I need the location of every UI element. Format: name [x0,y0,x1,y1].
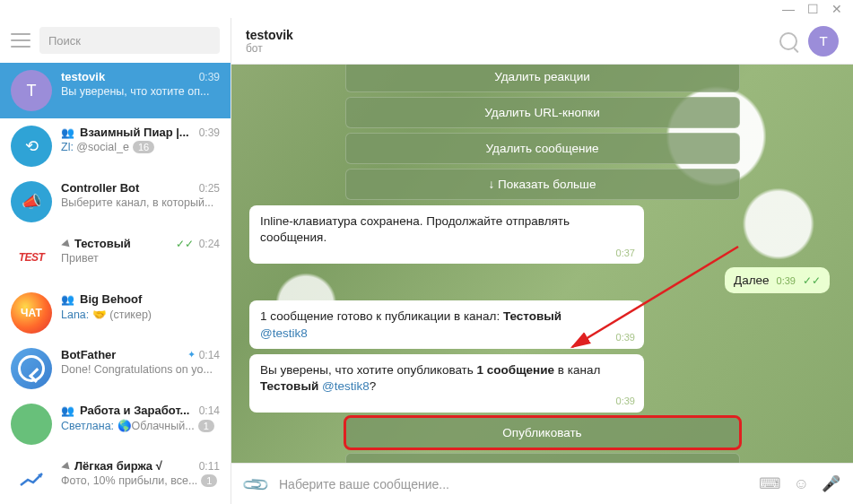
message-incoming: 1 сообщение готово к публикации в канал:… [249,300,644,348]
channel-icon: ◀ [59,459,69,473]
chat-name: Big Behoof [80,292,216,306]
group-icon: 👥 [61,126,74,139]
chat-time: 0:39 [199,71,220,83]
chat-subtitle: бот [246,42,293,55]
message-outgoing: Далее 0:39 ✓✓ [725,267,830,293]
verified-icon: ✦ [187,349,196,361]
chat-name: Лёгкая биржа √ [74,459,196,473]
read-checks-icon: ✓✓ [803,274,821,287]
avatar [11,348,52,389]
bot-keyboard-icon[interactable]: ⌨ [759,474,781,493]
channel-icon: ◀ [59,237,69,250]
chat-name: Controller Bot [61,181,196,195]
search-icon[interactable] [779,32,797,50]
chat-list-item[interactable]: TEST◀Тестовый✓✓0:24Привет [0,230,231,285]
group-icon: 👥 [61,404,74,417]
chat-preview: Фото, 10% прибыли, все...1 [61,474,220,487]
unread-badge: 1 [201,474,217,487]
chat-list-item[interactable]: ◀Лёгкая биржа √0:11Фото, 10% прибыли, вс… [0,452,231,504]
message-time: 0:37 [616,247,635,260]
chat-preview: Вы уверены, что хотите оп... [61,85,220,98]
chat-area: Удалить реакции Удалить URL-кнопки Удали… [231,65,853,463]
chat-time: 0:25 [199,182,220,195]
search-input[interactable]: Поиск [39,27,220,54]
maximize-button[interactable]: ☐ [807,2,819,16]
message-incoming: Inline-клавиатура сохранена. Продолжайте… [249,205,644,264]
minimize-button[interactable]: — [782,2,795,16]
window-controls: — ☐ ✕ [0,0,853,18]
unread-badge: 1 [198,420,214,432]
chat-time: 0:14 [199,349,220,361]
chat-preview: Привет [61,252,220,265]
chat-preview: Светлана: 🌎Облачный...1 [61,419,220,432]
avatar [11,459,52,500]
chat-name: Взаимный Пиар |... [80,126,196,139]
chat-list: Ttestovik0:39Вы уверены, что хотите оп..… [0,63,231,504]
inline-button[interactable]: ↓ Показать больше [345,169,740,200]
menu-icon[interactable] [11,33,30,48]
sidebar: Поиск Ttestovik0:39Вы уверены, что хотит… [0,18,231,504]
avatar: 📣 [11,181,52,222]
chat-time: 0:39 [199,126,220,139]
chat-list-item[interactable]: 📣Controller Bot0:25Выберите канал, в кот… [0,174,231,230]
chat-list-item[interactable]: Ttestovik0:39Вы уверены, что хотите оп..… [0,63,231,118]
avatar: ⟲ [11,126,52,167]
attach-icon[interactable]: 📎 [239,468,271,500]
close-button[interactable]: ✕ [831,2,842,16]
chat-preview: Выберите канал, в который... [61,196,220,209]
group-icon: 👥 [61,293,74,306]
channel-link[interactable]: @testik8 [260,326,308,340]
microphone-icon[interactable]: 🎤 [822,474,840,493]
chat-time: 0:11 [199,460,220,473]
inline-button[interactable]: Удалить реакции [345,65,740,92]
chat-list-item[interactable]: ⟲👥Взаимный Пиар |...0:39Zl: @social_e16 [0,118,231,174]
chat-name: Тестовый [74,237,172,250]
chat-name: BotFather [61,348,184,361]
avatar: ЧАТ [11,292,52,334]
message-composer: 📎 Наберите ваше сообщение... ⌨ ☺ 🎤 [231,463,853,504]
chat-time: 0:24 [199,238,220,250]
message-time: 0:39 [616,395,635,408]
inline-button[interactable]: Удалить сообщение [345,133,740,164]
publish-button[interactable]: Опубликовать [345,417,740,448]
chat-time: 0:14 [199,404,220,417]
avatar: TEST [11,237,52,278]
main-panel: testovik бот T Удалить реакции Удалить U… [231,18,853,504]
chat-preview: Zl: @social_e16 [61,141,220,153]
inline-button[interactable]: Удалить URL-кнопки [345,97,740,128]
chat-list-item[interactable]: 👥Работа и Заработ...0:14Светлана: 🌎Облач… [0,396,231,452]
avatar [11,404,52,445]
chat-avatar[interactable]: T [808,26,839,56]
message-input[interactable]: Наберите ваше сообщение... [279,477,746,491]
chat-name: testovik [61,70,196,83]
unread-badge: 16 [133,141,154,153]
chat-title: testovik [246,28,293,42]
chat-list-item[interactable]: ЧАТ👥Big BehoofLana: 🤝 (стикер) [0,285,231,341]
read-checks-icon: ✓✓ [176,238,194,250]
chat-list-item[interactable]: BotFather✦0:14Done! Congratulations on y… [0,341,231,396]
channel-link[interactable]: @testik8 [322,379,370,393]
chat-preview: Lana: 🤝 (стикер) [61,308,220,321]
message-incoming: Вы уверены, что хотите опубликовать 1 со… [249,354,644,413]
cancel-button[interactable]: Отмена [345,453,740,463]
avatar: T [11,70,52,111]
message-time: 0:39 [616,331,635,344]
message-time: 0:39 [777,275,796,286]
chat-preview: Done! Congratulations on yo... [61,363,220,376]
emoji-icon[interactable]: ☺ [794,475,809,493]
chat-name: Работа и Заработ... [80,404,196,417]
